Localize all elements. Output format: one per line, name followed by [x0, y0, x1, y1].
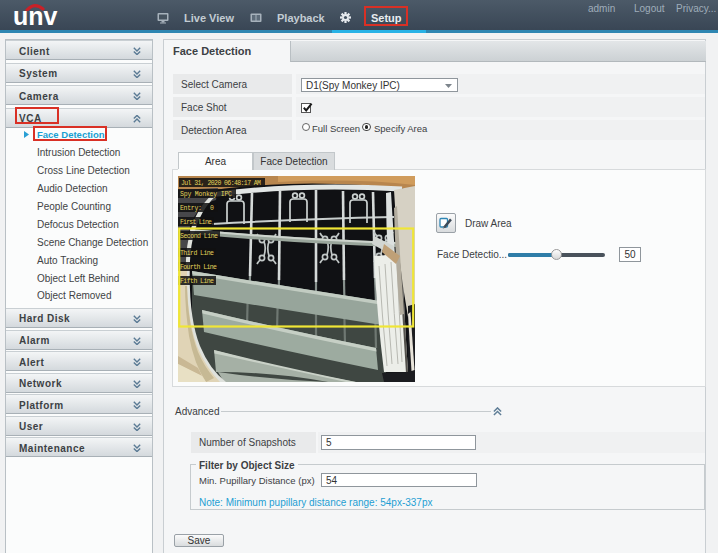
- svg-text:Second Line: Second Line: [180, 233, 218, 240]
- svg-text:Fifth Line: Fifth Line: [180, 278, 214, 285]
- svg-text:Fourth Line: Fourth Line: [180, 264, 217, 271]
- svg-text:First Line: First Line: [180, 219, 212, 226]
- svg-text:0: 0: [210, 205, 214, 212]
- svg-text:Entry:: Entry:: [180, 205, 202, 212]
- svg-text:Jul 31, 2020 06:48:17 AM: Jul 31, 2020 06:48:17 AM: [181, 180, 261, 187]
- svg-text:Spy Monkey IPC: Spy Monkey IPC: [180, 191, 232, 198]
- svg-text:Third Line: Third Line: [180, 250, 214, 257]
